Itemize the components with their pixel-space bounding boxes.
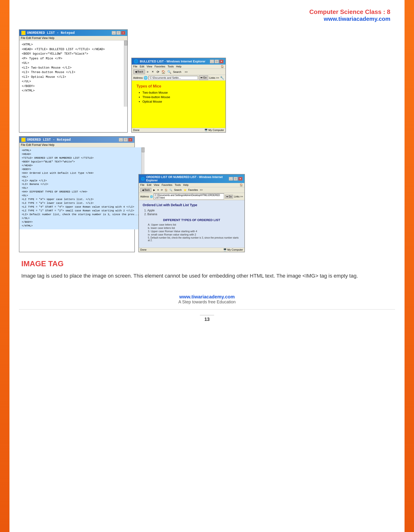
address-label2: Address — [140, 195, 149, 198]
code-line: <HTML> — [22, 42, 122, 47]
code-line: </BODY> — [22, 220, 139, 224]
code-line: <TITLE> ORDERED LIST OR NUMBERED LIST </… — [22, 156, 139, 160]
code-line: <HTML> — [22, 149, 139, 152]
code-line: <LI TYPE = "A"> Upper case letters list.… — [22, 198, 139, 201]
menu-tools2[interactable]: Tools — [175, 183, 181, 187]
ie1-list: Two-button Mouse Three-button Mouse Opti… — [136, 91, 221, 103]
search-icon: 🔍 — [167, 70, 171, 74]
menu-edit2[interactable]: Edit — [147, 183, 151, 187]
maximize-button2[interactable]: □ — [124, 138, 128, 142]
links-label: Links >> — [209, 76, 219, 79]
diff-list-item: 3. Upper case Roman Value starting with … — [148, 230, 241, 233]
close-button[interactable]: ✕ — [121, 31, 125, 35]
menu-file[interactable]: File — [133, 65, 137, 68]
minimize-button[interactable]: _ — [112, 31, 116, 35]
minimize-button2[interactable]: _ — [119, 138, 123, 142]
code-line: <LI> Three-button Mouse </LI> — [22, 70, 122, 75]
ie2-section-title: DIFFERENT TYPES OF ORDERED LIST — [143, 218, 241, 222]
code-line: <LI> Default number list, check the star… — [22, 213, 139, 217]
menu-help[interactable]: Help — [176, 65, 182, 68]
code-line: <OL> — [22, 175, 139, 179]
links-label2: Links >> — [234, 195, 243, 198]
ie1-address-input[interactable]: C:\Documents and Settin... — [149, 76, 198, 80]
list-item: Two-button Mouse — [142, 91, 221, 94]
ie1-close-button[interactable]: ✕ — [219, 60, 223, 63]
search-icon2: 🔍 — [169, 189, 172, 191]
ie2-win-buttons: _ □ ✕ — [229, 177, 242, 181]
ie2-close-button[interactable]: ✕ — [238, 177, 242, 181]
ie2-minimize-button[interactable]: _ — [229, 177, 233, 181]
menu-favorites2[interactable]: Favorites — [162, 183, 172, 187]
go-button[interactable]: ➡ Go — [199, 76, 208, 80]
code-line: </UL> — [22, 79, 122, 84]
search-label: Search — [173, 70, 182, 73]
code-line: <OL> — [22, 186, 139, 190]
notepad1-window: UNORDERED LIST - Notepad _ □ ✕ File Edit… — [19, 29, 128, 133]
menu-view2[interactable]: View — [154, 183, 159, 187]
back-button2[interactable]: ◀ Back — [140, 188, 151, 192]
code-line: <LI TYPE = "i" START = "2"> small case R… — [22, 209, 139, 213]
ie1-minimize-button[interactable]: _ — [210, 60, 214, 63]
code-line: <BODY bgcolor="YELLOW" TEXT="black"> — [22, 52, 122, 56]
list-item: Optical Mouse — [142, 100, 221, 103]
menu-file2[interactable]: File — [140, 183, 144, 187]
code-line: <H4> Ordered List with Default List Type… — [22, 171, 139, 175]
close-button2[interactable]: ✕ — [128, 138, 133, 142]
code-line: <LI> Two-button Mouse </LI> — [22, 66, 122, 70]
code-line: </HTML> — [22, 88, 122, 93]
back-button[interactable]: ◀ Back — [133, 69, 145, 74]
notepad2-titlebar: ORDERED LIST - Notepad _ □ ✕ — [19, 137, 134, 143]
scroll-thumb2 — [142, 148, 144, 152]
list-item: Three-button Mouse — [142, 95, 221, 99]
ie2-statusbar: Done 🖥️ My Computer — [139, 247, 244, 252]
image-tag-description: Image tag is used to place the image on … — [21, 272, 393, 280]
search-label2: Search — [174, 189, 182, 191]
diff-list-item: 5. Default number list, check the starti… — [148, 237, 241, 242]
notepad1-scrollbar[interactable] — [124, 40, 127, 107]
ie2-default-list: Apple Banana — [143, 209, 241, 216]
notepad1-win-buttons: _ □ ✕ — [112, 31, 125, 35]
ie1-status-right: 🖥️ My Computer — [204, 129, 224, 132]
ie2-titlebar: 🌐 ORDERED LIST OR NUMBERED LIST - Window… — [139, 174, 244, 183]
notepad2-win-buttons: _ □ ✕ — [119, 138, 133, 142]
go-btn2[interactable]: ➡ Go — [225, 195, 233, 198]
ie1-toolbar: ◀ Back ▶ ✕ ⟳ 🏠 🔍 Search >> — [132, 69, 225, 75]
favorites-label: Favorites — [188, 189, 198, 191]
footer: www.tiwariacademy.com A Step towards fre… — [19, 294, 395, 327]
ie1-maximize-button[interactable]: □ — [215, 60, 219, 63]
notepad1-title: UNORDERED LIST - Notepad — [27, 31, 75, 35]
ie2-maximize-button[interactable]: □ — [233, 177, 238, 181]
code-line: </BODY> — [22, 84, 122, 89]
footer-url: www.tiwariacademy.com — [19, 294, 395, 300]
code-line: <H4> DIFFERENT TYPES OF ORDERED LIST </H… — [22, 190, 139, 194]
menu-edit[interactable]: Edit — [140, 65, 144, 68]
code-line: <HEAD> <TITLE> BULLETED LIST </TITLE> </… — [22, 47, 122, 52]
ie1-window: 🌐 BULLETED LIST - Windows Internet Explo… — [131, 58, 226, 133]
header-url: www.tiwariacademy.com — [19, 16, 390, 22]
code-line: <LI> Optical Mouse </LI> — [22, 75, 122, 79]
code-line: <BODY bgcolor="BLUE" TEXT="white"> — [22, 160, 139, 164]
diff-list-item: iv. small case Roman value starting with… — [148, 233, 241, 236]
ie2-address-input[interactable]: C:\Documents and Settings\Admin\Desktop\… — [154, 193, 224, 200]
notepad2-content: <HTML> <HEAD> <TITLE> ORDERED LIST OR NU… — [19, 147, 141, 229]
maximize-button[interactable]: □ — [116, 31, 121, 35]
ie2-heading: Ordered List with Default List Type — [143, 203, 241, 207]
menu-help2[interactable]: Help — [183, 183, 189, 187]
scroll-thumb — [125, 41, 127, 45]
ie1-win-buttons: _ □ ✕ — [210, 60, 223, 63]
notepad1-menubar: File Edit Format View Help — [19, 36, 127, 40]
code-line: <OL> — [22, 194, 139, 198]
code-line: <LI TYPE = "4" START = "4"> Upper case R… — [22, 205, 139, 209]
ie1-status: Done — [133, 129, 139, 132]
favorites-icon: ⭐ — [183, 189, 186, 191]
ie2-title: ORDERED LIST OR NUMBERED LIST - Windows … — [146, 175, 229, 182]
ie1-favicon: 🔧 — [220, 76, 224, 80]
ie2-status: Done — [140, 248, 146, 251]
ie2-window: 🌐 ORDERED LIST OR NUMBERED LIST - Window… — [138, 174, 245, 252]
menu-tools[interactable]: Tools — [168, 65, 174, 68]
code-line: <LI TYPE = "a"> lower case letters list.… — [22, 201, 139, 205]
code-line: </HEAD> — [22, 164, 139, 168]
menu-favorites[interactable]: Favorites — [154, 65, 165, 68]
menu-view[interactable]: View — [147, 65, 152, 68]
ie1-statusbar: Done 🖥️ My Computer — [132, 128, 225, 132]
